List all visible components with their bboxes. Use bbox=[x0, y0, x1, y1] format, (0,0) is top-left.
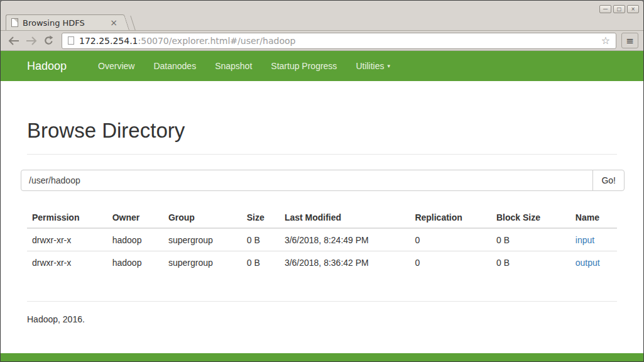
cell-replication: 0 bbox=[410, 251, 491, 274]
back-icon bbox=[8, 36, 20, 45]
divider-bottom bbox=[27, 301, 617, 302]
new-tab-button[interactable] bbox=[130, 16, 144, 30]
nav-item-startup-progress[interactable]: Startup Progress bbox=[261, 61, 346, 71]
minimize-icon: — bbox=[603, 6, 608, 12]
column-header-replication: Replication bbox=[410, 207, 491, 228]
nav-item-datanodes[interactable]: Datanodes bbox=[144, 61, 205, 71]
cell-replication: 0 bbox=[410, 228, 491, 251]
column-header-owner: Owner bbox=[107, 207, 163, 228]
column-header-group: Group bbox=[163, 207, 242, 228]
table-header-row: Permission Owner Group Size Last Modifie… bbox=[27, 207, 617, 228]
url-path: :50070/explorer.html#/user/hadoop bbox=[138, 36, 296, 46]
cell-block-size: 0 B bbox=[491, 228, 570, 251]
directory-table: Permission Owner Group Size Last Modifie… bbox=[27, 207, 617, 273]
tab-close-icon[interactable]: × bbox=[110, 18, 117, 27]
cell-owner: hadoop bbox=[107, 251, 163, 274]
column-header-name: Name bbox=[570, 207, 617, 228]
browser-window: — □ × Browsing HDFS × 172.25.254.1:50070… bbox=[0, 0, 644, 362]
directory-path-input[interactable] bbox=[21, 170, 593, 191]
directory-path-group: Go! bbox=[21, 170, 625, 191]
page-title: Browse Directory bbox=[27, 119, 617, 143]
maximize-button[interactable]: □ bbox=[613, 5, 625, 13]
cell-group: supergroup bbox=[163, 228, 242, 251]
nav-item-utilities[interactable]: Utilities▾ bbox=[346, 61, 400, 71]
cell-owner: hadoop bbox=[107, 228, 163, 251]
page-footer: Hadoop, 2016. bbox=[27, 314, 617, 324]
column-header-size: Size bbox=[242, 207, 280, 228]
browser-toolbar: 172.25.254.1:50070/explorer.html#/user/h… bbox=[1, 31, 643, 51]
menu-button[interactable]: ≡ bbox=[621, 33, 638, 48]
tab-browsing-hdfs[interactable]: Browsing HDFS × bbox=[6, 14, 123, 30]
menu-icon: ≡ bbox=[626, 35, 634, 47]
nav-item-overview[interactable]: Overview bbox=[89, 61, 144, 71]
forward-icon bbox=[25, 36, 38, 45]
bottom-green-bar bbox=[1, 353, 643, 361]
cell-permission: drwxr-xr-x bbox=[27, 228, 107, 251]
cell-block-size: 0 B bbox=[491, 251, 570, 274]
cell-last-modified: 3/6/2018, 8:24:49 PM bbox=[280, 228, 410, 251]
tab-title: Browsing HDFS bbox=[23, 18, 106, 28]
table-row: drwxr-xr-x hadoop supergroup 0 B 3/6/201… bbox=[27, 251, 617, 274]
tab-strip: Browsing HDFS × bbox=[1, 14, 643, 31]
close-button[interactable]: × bbox=[627, 5, 639, 13]
cell-name: output bbox=[570, 251, 617, 274]
hadoop-navbar: Hadoop Overview Datanodes Snapshot Start… bbox=[1, 51, 643, 81]
bookmark-star-icon[interactable]: ☆ bbox=[601, 36, 610, 46]
column-header-permission: Permission bbox=[27, 207, 107, 228]
go-button[interactable]: Go! bbox=[592, 170, 625, 191]
cell-name: input bbox=[570, 228, 617, 251]
reload-button[interactable] bbox=[41, 33, 57, 48]
table-row: drwxr-xr-x hadoop supergroup 0 B 3/6/201… bbox=[27, 228, 617, 251]
close-icon: × bbox=[631, 6, 635, 12]
cell-size: 0 B bbox=[242, 251, 280, 274]
url-text: 172.25.254.1:50070/explorer.html#/user/h… bbox=[79, 36, 596, 46]
directory-link-output[interactable]: output bbox=[576, 258, 600, 268]
page-viewport: Hadoop Overview Datanodes Snapshot Start… bbox=[1, 51, 643, 361]
directory-link-input[interactable]: input bbox=[576, 235, 594, 245]
maximize-icon: □ bbox=[617, 6, 622, 12]
cell-group: supergroup bbox=[163, 251, 242, 274]
nav-item-snapshot[interactable]: Snapshot bbox=[205, 61, 261, 71]
url-host: 172.25.254.1 bbox=[79, 36, 138, 46]
window-titlebar[interactable]: — □ × bbox=[1, 1, 643, 14]
minimize-button[interactable]: — bbox=[599, 5, 611, 13]
chevron-down-icon: ▾ bbox=[388, 63, 391, 69]
page-content: Browse Directory Go! Permission Owner Gr… bbox=[1, 81, 643, 353]
column-header-last-modified: Last Modified bbox=[280, 207, 410, 228]
navbar-brand[interactable]: Hadoop bbox=[27, 60, 67, 73]
column-header-block-size: Block Size bbox=[491, 207, 570, 228]
page-doc-icon bbox=[11, 18, 18, 27]
back-button[interactable] bbox=[6, 33, 21, 48]
forward-button[interactable] bbox=[23, 33, 39, 48]
divider-top bbox=[27, 154, 617, 155]
url-bar[interactable]: 172.25.254.1:50070/explorer.html#/user/h… bbox=[62, 33, 616, 49]
reload-icon bbox=[43, 35, 54, 46]
cell-size: 0 B bbox=[242, 228, 280, 251]
cell-last-modified: 3/6/2018, 8:36:42 PM bbox=[280, 251, 410, 274]
url-page-icon bbox=[68, 36, 74, 45]
nav-item-utilities-label: Utilities bbox=[356, 61, 384, 71]
cell-permission: drwxr-xr-x bbox=[27, 251, 107, 274]
